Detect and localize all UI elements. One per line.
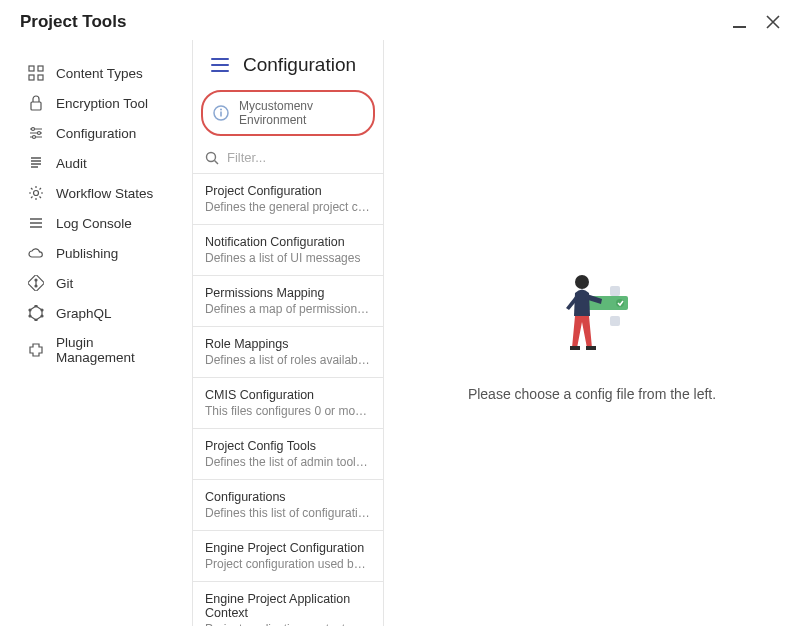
filter-row (193, 144, 383, 174)
svg-marker-12 (30, 306, 42, 320)
config-item-title: Role Mappings (205, 337, 371, 351)
sidebar-item-git[interactable]: Git (0, 268, 192, 298)
sidebar-item-workflow-states[interactable]: Workflow States (0, 178, 192, 208)
sidebar-item-label: Git (56, 276, 73, 291)
config-item-title: Engine Project Configuration (205, 541, 371, 555)
config-item-title: Notification Configuration (205, 235, 371, 249)
config-item-desc: Defines a map of permissions an… (205, 302, 371, 316)
config-item-cmis-configuration[interactable]: CMIS Configuration This files configures… (193, 378, 383, 429)
config-item-project-config-tools[interactable]: Project Config Tools Defines the list of… (193, 429, 383, 480)
empty-illustration (542, 264, 642, 364)
environment-banner[interactable]: Mycustomenv Environment (201, 90, 375, 136)
svg-point-22 (207, 152, 216, 161)
config-panel-header: Configuration (193, 40, 383, 90)
sidebar-item-graphql[interactable]: GraphQL (0, 298, 192, 328)
svg-point-6 (38, 132, 41, 135)
sidebar-item-audit[interactable]: Audit (0, 148, 192, 178)
window-title: Project Tools (20, 12, 126, 32)
filter-input[interactable] (227, 150, 384, 165)
svg-point-20 (220, 109, 222, 111)
svg-rect-2 (29, 75, 34, 80)
sidebar-item-label: Content Types (56, 66, 143, 81)
config-panel-title: Configuration (243, 54, 356, 76)
sidebar: Content Types Encryption Tool Configurat… (0, 40, 192, 626)
list-icon (28, 155, 44, 171)
config-item-desc: Defines this list of configurations (205, 506, 371, 520)
config-item-engine-project-application-context[interactable]: Engine Project Application Context Proje… (193, 582, 383, 626)
sidebar-item-label: GraphQL (56, 306, 112, 321)
config-item-notification-configuration[interactable]: Notification Configuration Defines a lis… (193, 225, 383, 276)
svg-point-7 (33, 136, 36, 139)
config-item-title: Engine Project Application Context (205, 592, 371, 620)
sidebar-item-encryption-tool[interactable]: Encryption Tool (0, 88, 192, 118)
svg-rect-21 (220, 112, 222, 117)
detail-panel: Please choose a config file from the lef… (384, 40, 800, 626)
svg-point-5 (32, 128, 35, 131)
menu-button[interactable] (211, 58, 229, 72)
minimize-button[interactable] (733, 14, 746, 31)
config-item-desc: Project configuration used by Cra… (205, 557, 371, 571)
config-list: Project Configuration Defines the genera… (193, 174, 383, 626)
lock-icon (28, 95, 44, 111)
svg-point-27 (575, 275, 589, 289)
sidebar-item-label: Plugin Management (56, 335, 172, 365)
svg-point-17 (29, 315, 31, 317)
svg-point-8 (34, 191, 39, 196)
svg-point-13 (35, 305, 37, 307)
sidebar-item-configuration[interactable]: Configuration (0, 118, 192, 148)
search-icon (205, 151, 219, 165)
environment-text: Mycustomenv Environment (239, 99, 363, 127)
git-icon (28, 275, 44, 291)
config-item-desc: Defines a list of UI messages (205, 251, 371, 265)
config-item-title: Permissions Mapping (205, 286, 371, 300)
sidebar-item-plugin-management[interactable]: Plugin Management (0, 328, 192, 372)
svg-point-16 (35, 319, 37, 321)
svg-rect-0 (29, 66, 34, 71)
svg-rect-23 (610, 286, 620, 296)
svg-point-14 (41, 309, 43, 311)
sidebar-item-content-types[interactable]: Content Types (0, 58, 192, 88)
plugin-icon (28, 342, 44, 358)
config-item-project-configuration[interactable]: Project Configuration Defines the genera… (193, 174, 383, 225)
svg-rect-28 (570, 346, 580, 350)
sidebar-item-label: Publishing (56, 246, 118, 261)
info-icon (213, 105, 229, 121)
titlebar: Project Tools (0, 0, 800, 40)
config-item-title: Project Config Tools (205, 439, 371, 453)
gear-icon (28, 185, 44, 201)
cloud-icon (28, 245, 44, 261)
config-item-permissions-mapping[interactable]: Permissions Mapping Defines a map of per… (193, 276, 383, 327)
sidebar-item-label: Log Console (56, 216, 132, 231)
config-item-role-mappings[interactable]: Role Mappings Defines a list of roles av… (193, 327, 383, 378)
config-item-configurations[interactable]: Configurations Defines this list of conf… (193, 480, 383, 531)
lines-icon (28, 215, 44, 231)
svg-point-18 (29, 309, 31, 311)
config-item-title: CMIS Configuration (205, 388, 371, 402)
sliders-icon (28, 125, 44, 141)
svg-rect-26 (610, 316, 620, 326)
config-item-desc: Defines the list of admin tools av… (205, 455, 371, 469)
config-item-desc: This files configures 0 or more CM… (205, 404, 371, 418)
config-panel: Configuration Mycustomenv Environment Pr… (192, 40, 384, 626)
config-item-engine-project-configuration[interactable]: Engine Project Configuration Project con… (193, 531, 383, 582)
sidebar-item-label: Encryption Tool (56, 96, 148, 111)
config-item-desc: Defines the general project confi… (205, 200, 371, 214)
sidebar-item-label: Audit (56, 156, 87, 171)
sidebar-item-log-console[interactable]: Log Console (0, 208, 192, 238)
sidebar-item-label: Configuration (56, 126, 136, 141)
config-item-desc: Project application context used … (205, 622, 371, 626)
sidebar-item-publishing[interactable]: Publishing (0, 238, 192, 268)
svg-rect-3 (38, 75, 43, 80)
content-types-icon (28, 65, 44, 81)
minimize-icon (733, 26, 746, 28)
config-item-title: Project Configuration (205, 184, 371, 198)
hamburger-icon (211, 58, 229, 72)
close-button[interactable] (766, 15, 780, 29)
config-item-desc: Defines a list of roles available in … (205, 353, 371, 367)
svg-point-15 (41, 315, 43, 317)
titlebar-controls (733, 14, 780, 31)
close-icon (766, 15, 780, 29)
graphql-icon (28, 305, 44, 321)
svg-rect-4 (31, 102, 41, 110)
config-item-title: Configurations (205, 490, 371, 504)
